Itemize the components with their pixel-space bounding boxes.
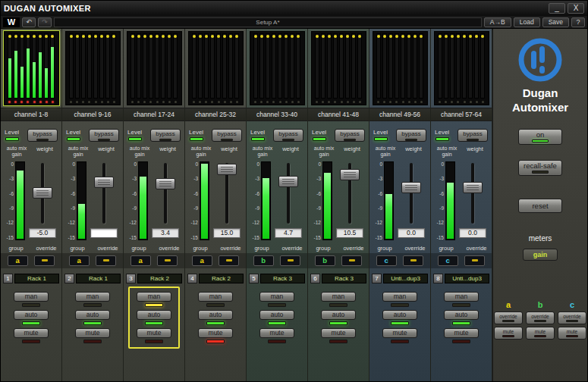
meter-bridge-panel[interactable] bbox=[188, 31, 244, 105]
auto-button[interactable]: auto bbox=[444, 310, 479, 320]
meter-bridge-panel[interactable] bbox=[65, 31, 121, 105]
mute-button[interactable]: mute bbox=[321, 328, 356, 338]
meter-bridge-panel[interactable] bbox=[311, 31, 366, 105]
channel-name-field[interactable]: Unti...dup3 bbox=[383, 274, 428, 283]
bypass-button[interactable]: bypass bbox=[212, 129, 242, 142]
recall-safe-button[interactable]: recall-safe bbox=[518, 160, 562, 176]
help-button[interactable]: ? bbox=[571, 17, 585, 27]
group-c-override-button[interactable]: override bbox=[558, 312, 586, 324]
weight-slider-handle[interactable] bbox=[463, 182, 483, 193]
weight-slider[interactable] bbox=[394, 161, 429, 225]
group-a-override-button[interactable]: override bbox=[494, 312, 523, 324]
bypass-button[interactable]: bypass bbox=[150, 129, 181, 142]
weight-value-field[interactable]: 15.0 bbox=[213, 228, 241, 238]
weight-slider-handle[interactable] bbox=[340, 169, 360, 180]
override-button[interactable] bbox=[219, 255, 239, 266]
meter-bridge-panel[interactable] bbox=[127, 31, 182, 105]
gain-meter-button[interactable]: gain bbox=[523, 249, 558, 261]
mute-button[interactable]: mute bbox=[382, 328, 417, 338]
channel-name-field[interactable]: Rack 2 bbox=[199, 274, 244, 283]
auto-button[interactable]: auto bbox=[14, 310, 49, 320]
weight-value-field[interactable]: 0.0 bbox=[459, 228, 486, 238]
minimize-button[interactable]: _ bbox=[549, 3, 565, 14]
weight-slider[interactable] bbox=[25, 161, 60, 225]
weight-slider-handle[interactable] bbox=[94, 177, 114, 188]
man-button[interactable]: man bbox=[444, 292, 479, 302]
undo-icon[interactable]: ↶ bbox=[22, 17, 36, 27]
auto-button[interactable]: auto bbox=[321, 310, 356, 320]
override-button[interactable] bbox=[157, 255, 178, 266]
redo-icon[interactable]: ↷ bbox=[38, 17, 52, 27]
mute-button[interactable]: mute bbox=[75, 328, 110, 338]
weight-value-field[interactable]: 3.4 bbox=[152, 228, 179, 238]
auto-button[interactable]: auto bbox=[198, 310, 233, 320]
channel-name-field[interactable]: Rack 1 bbox=[14, 274, 59, 283]
channel-name-field[interactable]: Rack 2 bbox=[137, 274, 182, 283]
mute-button[interactable]: mute bbox=[137, 328, 171, 338]
weight-slider[interactable] bbox=[455, 161, 490, 225]
weight-slider[interactable] bbox=[209, 161, 244, 225]
mute-button[interactable]: mute bbox=[14, 328, 49, 338]
weight-value-field[interactable]: 4.7 bbox=[275, 228, 302, 238]
bypass-button[interactable]: bypass bbox=[89, 129, 119, 142]
weight-slider-handle[interactable] bbox=[217, 164, 237, 175]
weight-slider-handle[interactable] bbox=[278, 176, 298, 187]
mute-button[interactable]: mute bbox=[444, 328, 479, 338]
override-button[interactable] bbox=[403, 255, 423, 266]
group-a-mute-button[interactable]: mute bbox=[494, 327, 523, 340]
auto-button[interactable]: auto bbox=[137, 310, 171, 320]
channel-name-field[interactable]: Unti...dup3 bbox=[445, 274, 489, 283]
bypass-button[interactable]: bypass bbox=[273, 129, 303, 142]
waves-logo-icon[interactable]: W bbox=[3, 17, 20, 27]
weight-slider[interactable] bbox=[148, 161, 183, 225]
group-select-button[interactable]: b bbox=[253, 255, 274, 266]
auto-button[interactable]: auto bbox=[75, 310, 110, 320]
bypass-button[interactable]: bypass bbox=[396, 129, 426, 142]
mute-button[interactable]: mute bbox=[259, 328, 294, 338]
channel-name-field[interactable]: Rack 3 bbox=[322, 274, 366, 283]
group-select-button[interactable]: c bbox=[438, 255, 458, 266]
weight-slider[interactable] bbox=[332, 161, 367, 225]
setup-name-field[interactable]: Setup A* bbox=[54, 17, 482, 27]
auto-button[interactable]: auto bbox=[259, 310, 294, 320]
reset-button[interactable]: reset bbox=[518, 199, 562, 213]
on-button[interactable]: on bbox=[518, 129, 562, 145]
close-button[interactable]: X bbox=[568, 3, 584, 14]
ab-compare-button[interactable]: A→B bbox=[484, 17, 511, 27]
weight-value-field[interactable]: -5.0 bbox=[29, 228, 56, 238]
group-select-button[interactable]: c bbox=[376, 255, 397, 266]
load-button[interactable]: Load bbox=[514, 17, 540, 27]
group-b-mute-button[interactable]: mute bbox=[526, 327, 555, 340]
man-button[interactable]: man bbox=[137, 292, 171, 302]
auto-button[interactable]: auto bbox=[382, 310, 417, 320]
bypass-button[interactable]: bypass bbox=[458, 129, 488, 142]
group-select-button[interactable]: a bbox=[130, 255, 151, 266]
bypass-button[interactable]: bypass bbox=[27, 129, 58, 142]
man-button[interactable]: man bbox=[14, 292, 49, 302]
meter-bridge-panel[interactable] bbox=[373, 31, 428, 105]
group-b-override-button[interactable]: override bbox=[526, 312, 555, 324]
man-button[interactable]: man bbox=[75, 292, 110, 302]
weight-slider-handle[interactable] bbox=[401, 182, 421, 193]
mute-button[interactable]: mute bbox=[198, 328, 233, 338]
weight-slider-handle[interactable] bbox=[156, 178, 175, 189]
weight-value-field[interactable]: 0.0 bbox=[398, 228, 425, 238]
weight-slider[interactable] bbox=[86, 161, 121, 225]
man-button[interactable]: man bbox=[198, 292, 233, 302]
group-select-button[interactable]: a bbox=[69, 255, 90, 266]
channel-name-field[interactable]: Rack 1 bbox=[76, 274, 121, 283]
override-button[interactable] bbox=[341, 255, 362, 266]
meter-bridge-panel[interactable] bbox=[434, 31, 489, 105]
channel-name-field[interactable]: Rack 3 bbox=[260, 274, 305, 283]
man-button[interactable]: man bbox=[382, 292, 417, 302]
weight-slider[interactable] bbox=[271, 161, 306, 225]
titlebar[interactable]: DUGAN AUTOMIXER _ X bbox=[1, 1, 587, 16]
man-button[interactable]: man bbox=[259, 292, 294, 302]
group-c-mute-button[interactable]: mute bbox=[558, 327, 586, 340]
man-button[interactable]: man bbox=[321, 292, 356, 302]
weight-value-field[interactable] bbox=[90, 228, 118, 238]
group-select-button[interactable]: a bbox=[8, 255, 28, 266]
override-button[interactable] bbox=[96, 255, 116, 266]
bypass-button[interactable]: bypass bbox=[335, 129, 365, 142]
weight-value-field[interactable]: 10.5 bbox=[336, 228, 363, 238]
